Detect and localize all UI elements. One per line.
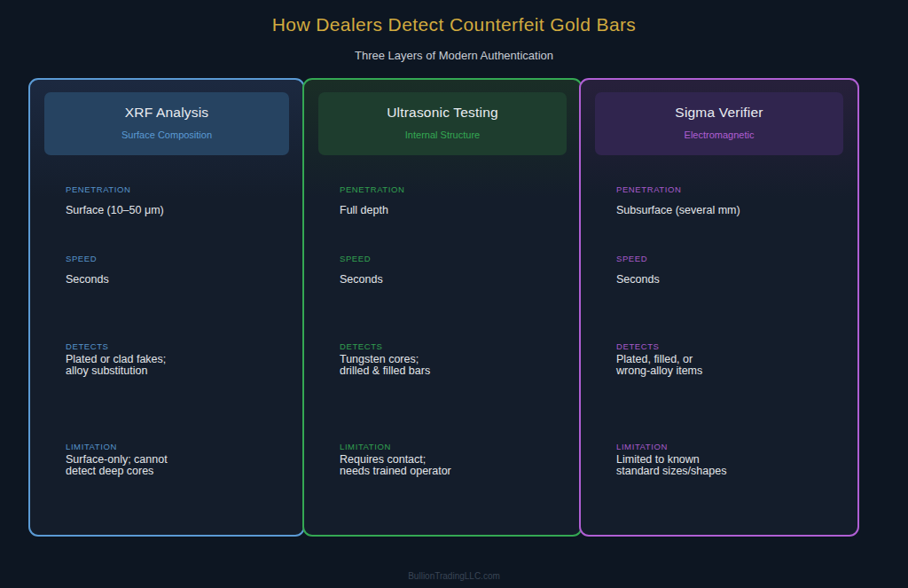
section-label: DETECTS xyxy=(340,341,565,351)
method-title: Ultrasonic Testing xyxy=(318,105,567,121)
section-label: PENETRATION xyxy=(340,184,565,194)
section-value: Seconds xyxy=(616,274,841,286)
section-detects: DETECTS Plated, filled, or wrong-alloy i… xyxy=(616,341,841,377)
method-header-ultrasonic: Ultrasonic Testing Internal Structure xyxy=(318,92,567,155)
section-value: Full depth xyxy=(340,205,565,216)
section-detects: DETECTS Plated or clad fakes; alloy subs… xyxy=(66,341,287,377)
section-penetration: PENETRATION Full depth xyxy=(340,184,565,216)
section-detects: DETECTS Tungsten cores; drilled & filled… xyxy=(340,341,565,377)
section-value: Seconds xyxy=(66,274,287,286)
section-label: DETECTS xyxy=(66,341,287,351)
section-label: PENETRATION xyxy=(66,184,287,194)
section-label: LIMITATION xyxy=(66,442,287,451)
footer-credit: BullionTradingLLC.com xyxy=(0,571,908,581)
section-value: Seconds xyxy=(340,274,565,286)
method-subtitle: Electromagnetic xyxy=(595,129,843,140)
method-header-sigma: Sigma Verifier Electromagnetic xyxy=(595,92,843,155)
section-value: Surface-only; cannot detect deep cores xyxy=(66,454,287,477)
section-value: Requires contact; needs trained operator xyxy=(340,454,565,477)
section-limitation: LIMITATION Surface-only; cannot detect d… xyxy=(66,442,287,477)
method-header-xrf: XRF Analysis Surface Composition xyxy=(44,92,289,155)
method-subtitle: Surface Composition xyxy=(44,129,289,140)
method-card-xrf: XRF Analysis Surface Composition PENETRA… xyxy=(28,78,305,537)
method-card-ultrasonic: Ultrasonic Testing Internal Structure PE… xyxy=(302,78,583,537)
method-subtitle: Internal Structure xyxy=(318,129,567,140)
section-value: Tungsten cores; drilled & filled bars xyxy=(340,354,565,377)
section-value: Subsurface (several mm) xyxy=(616,205,841,216)
section-speed: SPEED Seconds xyxy=(66,254,287,286)
section-label: SPEED xyxy=(66,254,287,263)
method-title: Sigma Verifier xyxy=(595,105,843,121)
section-value: Plated or clad fakes; alloy substitution xyxy=(66,354,287,377)
section-value: Plated, filled, or wrong-alloy items xyxy=(616,354,841,377)
section-penetration: PENETRATION Surface (10–50 μm) xyxy=(66,184,287,216)
section-value: Surface (10–50 μm) xyxy=(66,205,287,216)
section-label: LIMITATION xyxy=(340,442,565,451)
page-title: How Dealers Detect Counterfeit Gold Bars xyxy=(0,14,908,35)
section-speed: SPEED Seconds xyxy=(616,254,841,286)
section-label: DETECTS xyxy=(616,341,841,351)
section-penetration: PENETRATION Subsurface (several mm) xyxy=(616,184,841,216)
section-label: PENETRATION xyxy=(616,184,841,194)
method-card-sigma: Sigma Verifier Electromagnetic PENETRATI… xyxy=(579,78,859,537)
section-limitation: LIMITATION Limited to known standard siz… xyxy=(616,442,841,477)
section-speed: SPEED Seconds xyxy=(340,254,565,286)
method-title: XRF Analysis xyxy=(44,105,289,121)
section-label: SPEED xyxy=(340,254,565,263)
section-value: Limited to known standard sizes/shapes xyxy=(616,454,841,477)
section-limitation: LIMITATION Requires contact; needs train… xyxy=(340,442,565,477)
page-subtitle: Three Layers of Modern Authentication xyxy=(0,49,908,62)
section-label: LIMITATION xyxy=(616,442,841,451)
section-label: SPEED xyxy=(616,254,841,263)
